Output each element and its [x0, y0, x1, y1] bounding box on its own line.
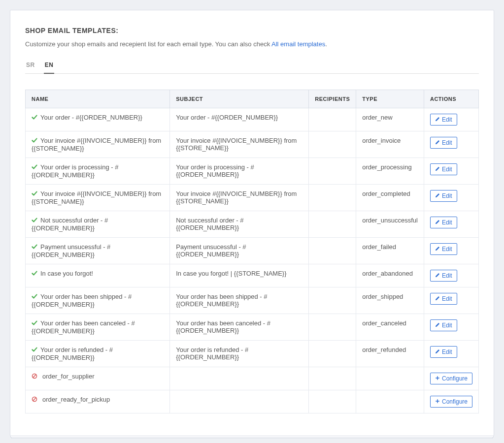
- edit-button[interactable]: Edit: [430, 270, 457, 282]
- tab-en[interactable]: EN: [44, 59, 55, 73]
- cell-recipients: [309, 211, 356, 238]
- check-icon: [32, 347, 37, 354]
- cell-type: order_unsuccessful: [356, 211, 424, 238]
- table-row: Your order has been canceled - #{{ORDER_…: [26, 314, 479, 341]
- table-row: In case you forgot!In case you forgot! |…: [26, 264, 479, 287]
- cell-subject: Not successful order - #{{ORDER_NUMBER}}: [170, 211, 309, 238]
- col-recipients: RECIPIENTS: [309, 90, 356, 108]
- cell-subject: Your order has been canceled - #{{ORDER_…: [170, 314, 309, 341]
- cell-actions: Edit: [424, 211, 478, 238]
- pencil-icon: [435, 246, 440, 253]
- button-label: Edit: [442, 219, 452, 226]
- cell-recipients: [309, 390, 356, 413]
- edit-button[interactable]: Edit: [430, 190, 457, 202]
- template-name: Your order has been shipped - #{{ORDER_N…: [32, 293, 132, 308]
- template-name: Your order is processing - #{{ORDER_NUMB…: [32, 163, 119, 179]
- cell-actions: Edit: [424, 131, 478, 158]
- cell-type: order_shipped: [356, 287, 424, 314]
- cell-actions: Edit: [424, 314, 478, 341]
- cell-type: [356, 390, 424, 413]
- block-icon: [32, 396, 37, 404]
- cell-actions: Edit: [424, 185, 478, 211]
- check-icon: [32, 244, 37, 251]
- cell-name: Your order has been shipped - #{{ORDER_N…: [26, 287, 170, 314]
- pencil-icon: [435, 272, 440, 279]
- plus-icon: [435, 398, 440, 405]
- table-row: order_for_supplierConfigure: [26, 367, 479, 390]
- subtitle-suffix: .: [325, 40, 327, 48]
- cell-type: order_canceled: [356, 314, 424, 341]
- edit-button[interactable]: Edit: [430, 293, 457, 305]
- cell-name: Your invoice #{{INVOICE_NUMBER}} from {{…: [26, 131, 170, 158]
- table-row: Not successful order - #{{ORDER_NUMBER}}…: [26, 211, 479, 238]
- button-label: Edit: [442, 192, 452, 199]
- cell-recipients: [309, 108, 356, 131]
- cell-actions: Configure: [424, 390, 478, 413]
- cell-type: order_new: [356, 108, 424, 131]
- template-name: Your invoice #{{INVOICE_NUMBER}} from {{…: [32, 190, 161, 205]
- all-templates-link[interactable]: All email templates: [271, 40, 325, 48]
- cell-name: Payment unsucessful - #{{ORDER_NUMBER}}: [26, 238, 170, 264]
- cell-name: Your order has been canceled - #{{ORDER_…: [26, 314, 170, 341]
- cell-actions: Edit: [424, 287, 478, 314]
- table-row: Your order is processing - #{{ORDER_NUMB…: [26, 158, 479, 185]
- template-name: Not successful order - #{{ORDER_NUMBER}}: [32, 217, 108, 232]
- table-row: Your order is refunded - #{{ORDER_NUMBER…: [26, 341, 479, 367]
- cell-type: order_completed: [356, 185, 424, 211]
- cell-recipients: [309, 131, 356, 158]
- cell-recipients: [309, 264, 356, 287]
- cell-recipients: [309, 158, 356, 185]
- cell-subject: In case you forgot! | {{STORE_NAME}}: [170, 264, 309, 287]
- configure-button[interactable]: Configure: [430, 396, 472, 408]
- tab-sr[interactable]: SR: [25, 59, 36, 73]
- cell-recipients: [309, 238, 356, 264]
- col-name: NAME: [26, 90, 170, 108]
- pencil-icon: [435, 139, 440, 146]
- template-name: Your invoice #{{INVOICE_NUMBER}} from {{…: [32, 137, 161, 152]
- template-name: Your order is refunded - #{{ORDER_NUMBER…: [32, 346, 113, 361]
- template-name: order_for_supplier: [42, 373, 95, 380]
- cell-subject: [170, 367, 309, 390]
- template-name: order_ready_for_pickup: [42, 396, 110, 403]
- button-label: Edit: [442, 322, 452, 329]
- edit-button[interactable]: Edit: [430, 137, 457, 149]
- edit-button[interactable]: Edit: [430, 114, 457, 126]
- pencil-icon: [435, 322, 440, 329]
- cell-name: Not successful order - #{{ORDER_NUMBER}}: [26, 211, 170, 238]
- pencil-icon: [435, 348, 440, 355]
- pencil-icon: [435, 219, 440, 226]
- template-name: Your order - #{{ORDER_NUMBER}}: [40, 114, 142, 121]
- edit-button[interactable]: Edit: [430, 243, 457, 255]
- edit-button[interactable]: Edit: [430, 346, 457, 358]
- table-row: Your invoice #{{INVOICE_NUMBER}} from {{…: [26, 185, 479, 211]
- button-label: Edit: [442, 166, 452, 173]
- cell-actions: Configure: [424, 367, 478, 390]
- template-name: Payment unsucessful - #{{ORDER_NUMBER}}: [32, 243, 110, 258]
- button-label: Edit: [442, 246, 452, 253]
- table-row: Payment unsucessful - #{{ORDER_NUMBER}}P…: [26, 238, 479, 264]
- email-templates-panel: SHOP EMAIL TEMPLATES: Customize your sho…: [10, 10, 494, 436]
- col-subject: SUBJECT: [170, 90, 309, 108]
- cell-name: Your order - #{{ORDER_NUMBER}}: [26, 108, 170, 131]
- edit-button[interactable]: Edit: [430, 319, 457, 331]
- edit-button[interactable]: Edit: [430, 163, 457, 175]
- cell-name: In case you forgot!: [26, 264, 170, 287]
- check-icon: [32, 293, 37, 301]
- page-title: SHOP EMAIL TEMPLATES:: [25, 27, 479, 34]
- cell-subject: Your order is processing - #{{ORDER_NUMB…: [170, 158, 309, 185]
- cell-name: Your order is processing - #{{ORDER_NUMB…: [26, 158, 170, 185]
- cell-subject: Your order is refunded - #{{ORDER_NUMBER…: [170, 341, 309, 367]
- pencil-icon: [435, 295, 440, 302]
- edit-button[interactable]: Edit: [430, 217, 457, 228]
- pencil-icon: [435, 192, 440, 199]
- cell-name: order_ready_for_pickup: [26, 390, 170, 413]
- col-type: TYPE: [356, 90, 424, 108]
- configure-button[interactable]: Configure: [430, 373, 472, 384]
- cell-subject: Payment unsucessful - #{{ORDER_NUMBER}}: [170, 238, 309, 264]
- check-icon: [32, 270, 37, 278]
- language-tabs: SREN: [25, 59, 479, 74]
- cell-subject: [170, 390, 309, 413]
- cell-actions: Edit: [424, 238, 478, 264]
- check-icon: [32, 217, 37, 224]
- template-name: Your order has been canceled - #{{ORDER_…: [32, 319, 135, 335]
